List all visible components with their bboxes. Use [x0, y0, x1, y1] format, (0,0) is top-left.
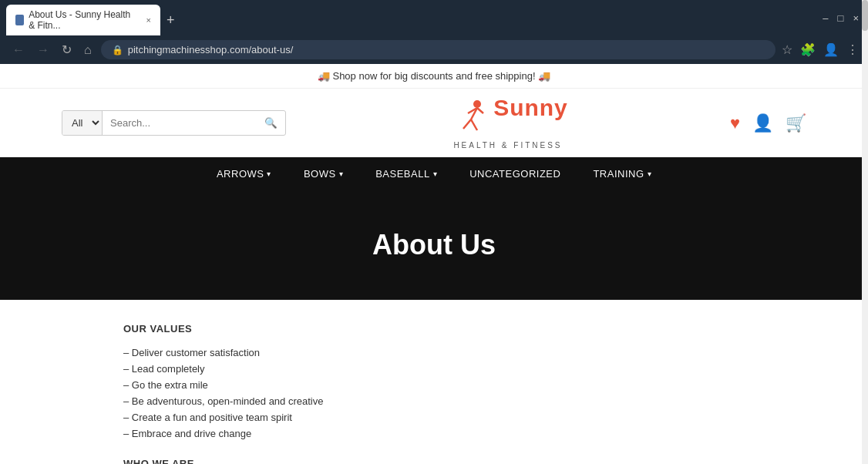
promo-icon-right: 🚚 [538, 70, 550, 82]
who-we-are-section: WHO WE ARE Sunny Health & Fitness shop h… [123, 458, 745, 464]
url-text: pitchingmachinesshop.com/about-us/ [128, 44, 294, 55]
list-item: – Create a fun and positive team spirit [123, 412, 745, 423]
nav-item-arrows[interactable]: ARROWS ▾ [212, 157, 276, 190]
account-icon[interactable]: 👤 [752, 113, 773, 133]
tab-title: About Us - Sunny Health & Fitn... [29, 9, 136, 31]
search-button[interactable]: 🔍 [257, 112, 285, 134]
nav-item-training[interactable]: TRAINING ▾ [588, 157, 656, 190]
search-input[interactable] [103, 112, 257, 134]
svg-line-3 [471, 119, 477, 130]
menu-icon[interactable]: ⋮ [846, 42, 859, 57]
hero-title: About Us [15, 229, 853, 261]
nav-item-baseball[interactable]: BASEBALL ▾ [371, 157, 442, 190]
list-item: – Embrace and drive change [123, 428, 745, 439]
cart-icon[interactable]: 🛒 [786, 113, 806, 133]
nav-item-uncategorized[interactable]: UNCATEGORIZED [465, 157, 565, 190]
lock-icon: 🔒 [112, 45, 123, 55]
active-tab[interactable]: About Us - Sunny Health & Fitn... × [6, 5, 160, 35]
site-header: All 🔍 Sunny [0, 89, 868, 157]
svg-point-0 [473, 100, 481, 108]
bookmark-icon[interactable]: ☆ [782, 42, 792, 57]
address-bar: ← → ↻ ⌂ 🔒 pitchingmachinesshop.com/about… [0, 35, 868, 64]
values-list: – Deliver customer satisfaction – Lead c… [123, 347, 745, 439]
logo-svg [448, 96, 490, 139]
logo-figure: Sunny Health & Fitness [448, 96, 568, 150]
promo-bar: 🚚 Shop now for big discounts and free sh… [0, 64, 868, 89]
hero-banner: About Us [0, 190, 868, 300]
tab-favicon [15, 15, 24, 25]
close-btn[interactable]: × [853, 12, 859, 24]
bows-dropdown-icon: ▾ [339, 170, 344, 178]
browser-action-buttons: ☆ 🧩 👤 ⋮ [782, 42, 859, 57]
profile-icon[interactable]: 👤 [823, 42, 839, 57]
promo-text: Shop now for big discounts and free ship… [332, 70, 535, 82]
tab-bar: About Us - Sunny Health & Fitn... × + – … [0, 0, 868, 35]
main-content: OUR VALUES – Deliver customer satisfacti… [0, 300, 868, 464]
list-item: – Lead completely [123, 363, 745, 375]
site-logo[interactable]: Sunny Health & Fitness [448, 96, 568, 150]
list-item: – Be adventurous, open-minded and creati… [123, 395, 745, 407]
training-dropdown-icon: ▾ [648, 170, 652, 178]
header-icons: ♥ 👤 🛒 [730, 113, 806, 133]
minimize-btn[interactable]: – [823, 12, 828, 24]
list-item: – Go the extra mile [123, 379, 745, 391]
site-navigation: ARROWS ▾ BOWS ▾ BASEBALL ▾ UNCATEGORIZED… [0, 157, 868, 190]
svg-line-5 [477, 108, 483, 113]
arrows-dropdown-icon: ▾ [267, 170, 271, 178]
values-heading: OUR VALUES [123, 323, 745, 335]
maximize-btn[interactable]: □ [838, 12, 844, 24]
new-tab-button[interactable]: + [160, 9, 181, 32]
logo-health-text: Health & Fitness [453, 141, 562, 150]
promo-icon-left: 🚚 [318, 70, 330, 82]
logo-sunny-text: Sunny [493, 96, 568, 119]
search-area: All 🔍 [62, 110, 286, 136]
tab-close-btn[interactable]: × [146, 15, 151, 25]
extensions-icon[interactable]: 🧩 [800, 42, 816, 57]
svg-line-2 [463, 119, 471, 129]
search-category-select[interactable]: All [62, 111, 103, 135]
baseball-dropdown-icon: ▾ [433, 170, 438, 178]
back-button[interactable]: ← [9, 42, 28, 59]
home-button[interactable]: ⌂ [81, 42, 95, 59]
scrollbar[interactable] [862, 0, 868, 464]
reload-button[interactable]: ↻ [59, 41, 75, 59]
wishlist-icon[interactable]: ♥ [730, 113, 740, 133]
nav-item-bows[interactable]: BOWS ▾ [299, 157, 348, 190]
url-bar[interactable]: 🔒 pitchingmachinesshop.com/about-us/ [101, 40, 775, 59]
who-heading: WHO WE ARE [123, 458, 745, 464]
forward-button[interactable]: → [34, 42, 52, 59]
browser-chrome: About Us - Sunny Health & Fitn... × + – … [0, 0, 868, 64]
scrollbar-thumb[interactable] [862, 0, 868, 31]
list-item: – Deliver customer satisfaction [123, 347, 745, 358]
